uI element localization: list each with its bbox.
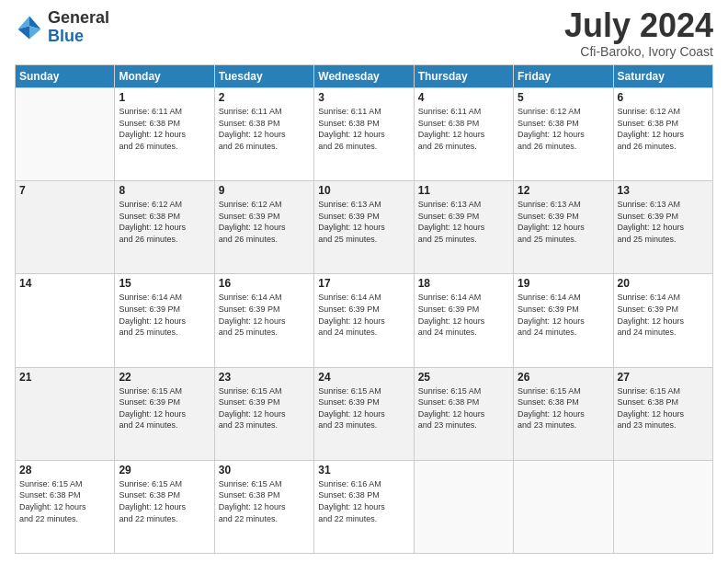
- calendar-day-cell: 24Sunrise: 6:15 AM Sunset: 6:39 PM Dayli…: [314, 367, 414, 460]
- calendar-day-cell: 3Sunrise: 6:11 AM Sunset: 6:38 PM Daylig…: [314, 88, 414, 181]
- day-number: 19: [518, 277, 609, 290]
- calendar-header-row: SundayMondayTuesdayWednesdayThursdayFrid…: [16, 65, 713, 88]
- calendar-day-cell: [613, 460, 712, 553]
- calendar-day-cell: 7: [16, 181, 115, 274]
- day-info: Sunrise: 6:14 AM Sunset: 6:39 PM Dayligh…: [119, 292, 210, 338]
- calendar-day-cell: 19Sunrise: 6:14 AM Sunset: 6:39 PM Dayli…: [514, 274, 613, 367]
- day-info: Sunrise: 6:14 AM Sunset: 6:39 PM Dayligh…: [418, 292, 509, 338]
- calendar-day-cell: 15Sunrise: 6:14 AM Sunset: 6:39 PM Dayli…: [115, 274, 214, 367]
- day-info: Sunrise: 6:11 AM Sunset: 6:38 PM Dayligh…: [119, 106, 210, 152]
- day-of-week-header: Monday: [115, 65, 214, 88]
- calendar-day-cell: 4Sunrise: 6:11 AM Sunset: 6:38 PM Daylig…: [414, 88, 513, 181]
- day-info: Sunrise: 6:15 AM Sunset: 6:38 PM Dayligh…: [119, 478, 210, 524]
- day-number: 4: [418, 91, 509, 104]
- day-info: Sunrise: 6:11 AM Sunset: 6:38 PM Dayligh…: [219, 106, 310, 152]
- calendar-day-cell: 13Sunrise: 6:13 AM Sunset: 6:39 PM Dayli…: [613, 181, 712, 274]
- calendar-day-cell: 5Sunrise: 6:12 AM Sunset: 6:38 PM Daylig…: [514, 88, 613, 181]
- day-number: 30: [219, 464, 310, 477]
- day-number: 1: [119, 91, 210, 104]
- day-number: 31: [318, 464, 409, 477]
- day-of-week-header: Thursday: [414, 65, 513, 88]
- calendar-day-cell: 26Sunrise: 6:15 AM Sunset: 6:38 PM Dayli…: [514, 367, 613, 460]
- day-of-week-header: Tuesday: [214, 65, 313, 88]
- day-number: 6: [618, 91, 709, 104]
- day-number: 5: [518, 91, 609, 104]
- day-number: 13: [618, 184, 709, 197]
- calendar-week-row: 28Sunrise: 6:15 AM Sunset: 6:38 PM Dayli…: [16, 460, 713, 553]
- day-number: 17: [318, 277, 409, 290]
- day-info: Sunrise: 6:15 AM Sunset: 6:38 PM Dayligh…: [19, 478, 110, 524]
- day-info: Sunrise: 6:13 AM Sunset: 6:39 PM Dayligh…: [518, 199, 609, 245]
- day-info: Sunrise: 6:16 AM Sunset: 6:38 PM Dayligh…: [318, 478, 409, 524]
- calendar-day-cell: 31Sunrise: 6:16 AM Sunset: 6:38 PM Dayli…: [314, 460, 414, 553]
- day-info: Sunrise: 6:15 AM Sunset: 6:38 PM Dayligh…: [418, 385, 509, 431]
- location-subtitle: Cfi-Baroko, Ivory Coast: [564, 44, 713, 59]
- day-info: Sunrise: 6:14 AM Sunset: 6:39 PM Dayligh…: [219, 292, 310, 338]
- calendar-week-row: 1Sunrise: 6:11 AM Sunset: 6:38 PM Daylig…: [16, 88, 713, 181]
- calendar-table: SundayMondayTuesdayWednesdayThursdayFrid…: [15, 64, 713, 554]
- day-info: Sunrise: 6:13 AM Sunset: 6:39 PM Dayligh…: [618, 199, 709, 245]
- day-number: 10: [318, 184, 409, 197]
- day-info: Sunrise: 6:15 AM Sunset: 6:39 PM Dayligh…: [119, 385, 210, 431]
- calendar-week-row: 2122Sunrise: 6:15 AM Sunset: 6:39 PM Day…: [16, 367, 713, 460]
- calendar-day-cell: 9Sunrise: 6:12 AM Sunset: 6:39 PM Daylig…: [214, 181, 313, 274]
- day-number: 26: [518, 371, 609, 384]
- calendar-day-cell: [414, 460, 513, 553]
- day-of-week-header: Wednesday: [314, 65, 414, 88]
- calendar-day-cell: 25Sunrise: 6:15 AM Sunset: 6:38 PM Dayli…: [414, 367, 513, 460]
- logo-icon: [15, 13, 44, 42]
- logo-blue: Blue: [48, 28, 109, 46]
- day-info: Sunrise: 6:11 AM Sunset: 6:38 PM Dayligh…: [318, 106, 409, 152]
- day-number: 29: [119, 464, 210, 477]
- calendar-day-cell: [514, 460, 613, 553]
- calendar-day-cell: 21: [16, 367, 115, 460]
- day-of-week-header: Friday: [514, 65, 613, 88]
- day-number: 20: [618, 277, 709, 290]
- title-block: July 2024 Cfi-Baroko, Ivory Coast: [564, 9, 713, 59]
- day-number: 15: [119, 277, 210, 290]
- day-info: Sunrise: 6:13 AM Sunset: 6:39 PM Dayligh…: [418, 199, 509, 245]
- page: General Blue July 2024 Cfi-Baroko, Ivory…: [0, 0, 728, 563]
- calendar-day-cell: 8Sunrise: 6:12 AM Sunset: 6:38 PM Daylig…: [115, 181, 214, 274]
- day-number: 21: [19, 371, 110, 384]
- day-number: 7: [19, 184, 110, 197]
- header: General Blue July 2024 Cfi-Baroko, Ivory…: [15, 9, 713, 59]
- calendar-day-cell: 28Sunrise: 6:15 AM Sunset: 6:38 PM Dayli…: [16, 460, 115, 553]
- calendar-day-cell: 16Sunrise: 6:14 AM Sunset: 6:39 PM Dayli…: [214, 274, 313, 367]
- day-info: Sunrise: 6:15 AM Sunset: 6:38 PM Dayligh…: [518, 385, 609, 431]
- calendar-week-row: 1415Sunrise: 6:14 AM Sunset: 6:39 PM Day…: [16, 274, 713, 367]
- logo-text: General Blue: [48, 9, 109, 46]
- logo: General Blue: [15, 9, 109, 46]
- day-info: Sunrise: 6:12 AM Sunset: 6:38 PM Dayligh…: [618, 106, 709, 152]
- day-info: Sunrise: 6:12 AM Sunset: 6:38 PM Dayligh…: [518, 106, 609, 152]
- day-info: Sunrise: 6:14 AM Sunset: 6:39 PM Dayligh…: [518, 292, 609, 338]
- day-info: Sunrise: 6:13 AM Sunset: 6:39 PM Dayligh…: [318, 199, 409, 245]
- calendar-day-cell: [16, 88, 115, 181]
- calendar-day-cell: 14: [16, 274, 115, 367]
- calendar-day-cell: 23Sunrise: 6:15 AM Sunset: 6:39 PM Dayli…: [214, 367, 313, 460]
- day-info: Sunrise: 6:12 AM Sunset: 6:39 PM Dayligh…: [219, 199, 310, 245]
- day-of-week-header: Saturday: [613, 65, 712, 88]
- day-info: Sunrise: 6:14 AM Sunset: 6:39 PM Dayligh…: [318, 292, 409, 338]
- day-info: Sunrise: 6:14 AM Sunset: 6:39 PM Dayligh…: [618, 292, 709, 338]
- calendar-day-cell: 18Sunrise: 6:14 AM Sunset: 6:39 PM Dayli…: [414, 274, 513, 367]
- calendar-day-cell: 17Sunrise: 6:14 AM Sunset: 6:39 PM Dayli…: [314, 274, 414, 367]
- day-info: Sunrise: 6:15 AM Sunset: 6:39 PM Dayligh…: [219, 385, 310, 431]
- month-title: July 2024: [564, 9, 713, 42]
- day-info: Sunrise: 6:15 AM Sunset: 6:39 PM Dayligh…: [318, 385, 409, 431]
- day-info: Sunrise: 6:15 AM Sunset: 6:38 PM Dayligh…: [618, 385, 709, 431]
- calendar-day-cell: 1Sunrise: 6:11 AM Sunset: 6:38 PM Daylig…: [115, 88, 214, 181]
- day-of-week-header: Sunday: [16, 65, 115, 88]
- day-number: 8: [119, 184, 210, 197]
- logo-general: General: [48, 9, 109, 28]
- day-number: 25: [418, 371, 509, 384]
- day-number: 12: [518, 184, 609, 197]
- day-number: 2: [219, 91, 310, 104]
- calendar-day-cell: 11Sunrise: 6:13 AM Sunset: 6:39 PM Dayli…: [414, 181, 513, 274]
- calendar-day-cell: 30Sunrise: 6:15 AM Sunset: 6:38 PM Dayli…: [214, 460, 313, 553]
- calendar-day-cell: 20Sunrise: 6:14 AM Sunset: 6:39 PM Dayli…: [613, 274, 712, 367]
- day-number: 24: [318, 371, 409, 384]
- calendar-day-cell: 2Sunrise: 6:11 AM Sunset: 6:38 PM Daylig…: [214, 88, 313, 181]
- day-number: 3: [318, 91, 409, 104]
- calendar-day-cell: 29Sunrise: 6:15 AM Sunset: 6:38 PM Dayli…: [115, 460, 214, 553]
